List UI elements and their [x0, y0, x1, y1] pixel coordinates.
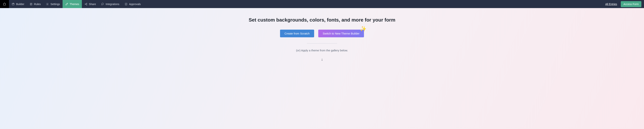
main-content: Set custom backgrounds, colors, fonts, a…	[0, 8, 644, 62]
integrations-icon	[101, 3, 104, 6]
nav-tabs: Builder Rules Settings Themes Share Inte…	[9, 0, 143, 8]
nav-integrations[interactable]: Integrations	[98, 0, 122, 8]
nav-label: Integrations	[106, 3, 119, 6]
svg-point-3	[85, 4, 86, 4]
sparkle-icon: ✨	[360, 26, 366, 32]
nav-share[interactable]: Share	[82, 0, 98, 8]
nav-label: Themes	[70, 3, 79, 6]
svg-point-2	[47, 4, 48, 5]
nav-right: All Entries Access Form	[605, 0, 644, 8]
home-button[interactable]	[0, 0, 9, 8]
svg-point-5	[86, 5, 87, 5]
action-buttons: Create from Scratch Switch to New Theme …	[0, 30, 644, 37]
nav-label: Share	[89, 3, 96, 6]
button-label: Switch to New Theme Builder	[323, 32, 360, 35]
create-from-scratch-button[interactable]: Create from Scratch	[280, 30, 314, 37]
nav-spacer	[143, 0, 605, 8]
svg-point-4	[86, 3, 87, 4]
nav-label: Settings	[50, 3, 60, 6]
access-form-button[interactable]: Access Form	[621, 1, 642, 7]
nav-rules[interactable]: Rules	[27, 0, 44, 8]
nav-settings[interactable]: Settings	[43, 0, 62, 8]
nav-approvals[interactable]: Approvals	[122, 0, 143, 8]
arrow-down-icon: ↓	[0, 57, 644, 62]
rules-icon	[30, 3, 32, 6]
home-icon	[3, 3, 6, 6]
nav-themes[interactable]: Themes	[62, 0, 82, 8]
share-icon	[84, 3, 88, 6]
nav-label: Builder	[16, 3, 24, 6]
nav-builder[interactable]: Builder	[9, 0, 27, 8]
divider	[307, 43, 337, 44]
all-entries-link[interactable]: All Entries	[605, 3, 617, 6]
top-navigation: Builder Rules Settings Themes Share Inte…	[0, 0, 644, 8]
nav-label: Rules	[34, 3, 41, 6]
page-headline: Set custom backgrounds, colors, fonts, a…	[0, 17, 644, 23]
switch-theme-builder-button[interactable]: Switch to New Theme Builder ✨	[318, 30, 364, 37]
gallery-subtext: (or) Apply a theme from the gallery belo…	[0, 49, 644, 52]
themes-icon	[65, 3, 68, 6]
gear-icon	[46, 3, 49, 6]
builder-icon	[12, 3, 14, 6]
approvals-icon	[124, 3, 128, 6]
nav-label: Approvals	[129, 3, 141, 6]
